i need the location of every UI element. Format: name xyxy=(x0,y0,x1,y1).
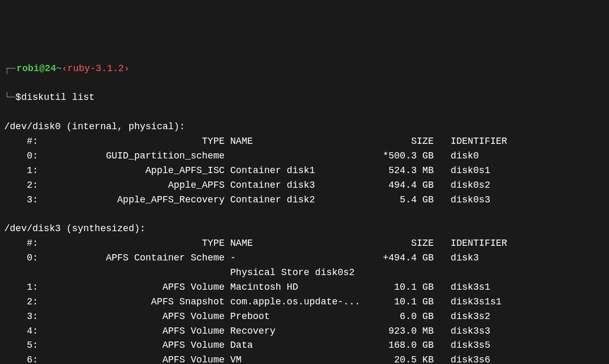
cmd-arrow-icon: └─ xyxy=(4,90,16,105)
disk-row: 5: APFS Volume Data 168.0 GB disk3s5 xyxy=(4,338,605,353)
cwd-tilde: ~ xyxy=(56,62,62,76)
disk-row: Physical Store disk0s2 xyxy=(4,266,605,280)
prompt-dollar: $ xyxy=(16,90,21,105)
disk-row: 1: Apple_APFS_ISC Container disk1 524.3 … xyxy=(4,164,605,178)
blank-line xyxy=(4,207,605,222)
prompt-line: ┌─robi@24 ~ ‹ruby-3.1.2› xyxy=(4,62,605,76)
disk-row: 2: Apple_APFS Container disk3 494.4 GB d… xyxy=(4,178,605,193)
disk-columns-header: #: TYPE NAME SIZE IDENTIFIER xyxy=(4,134,605,149)
disk-row: 0: GUID_partition_scheme *500.3 GB disk0 xyxy=(4,149,605,164)
disk-row: 2: APFS Snapshot com.apple.os.update-...… xyxy=(4,295,605,310)
command-line[interactable]: └─$ diskutil list xyxy=(4,90,605,105)
ruby-version: ‹ruby-3.1.2› xyxy=(62,62,130,76)
prompt-arrow-icon: ┌─ xyxy=(4,62,16,76)
disk-row: 0: APFS Container Scheme - +494.4 GB dis… xyxy=(4,251,605,266)
disk-row: 6: APFS Volume VM 20.5 KB disk3s6 xyxy=(4,353,605,364)
disk-header: /dev/disk0 (internal, physical): xyxy=(4,120,605,134)
disk-header: /dev/disk3 (synthesized): xyxy=(4,222,605,236)
user-host: robi@24 xyxy=(17,62,57,76)
disk-row: 4: APFS Volume Recovery 923.0 MB disk3s3 xyxy=(4,324,605,339)
entered-command: diskutil list xyxy=(21,90,94,105)
disk-columns-header: #: TYPE NAME SIZE IDENTIFIER xyxy=(4,236,605,251)
disk-row: 3: Apple_APFS_Recovery Container disk2 5… xyxy=(4,193,605,208)
disk-row: 3: APFS Volume Preboot 6.0 GB disk3s2 xyxy=(4,310,605,324)
disk-row: 1: APFS Volume Macintosh HD 10.1 GB disk… xyxy=(4,280,605,295)
terminal-output: /dev/disk0 (internal, physical): #: TYPE… xyxy=(4,120,605,364)
